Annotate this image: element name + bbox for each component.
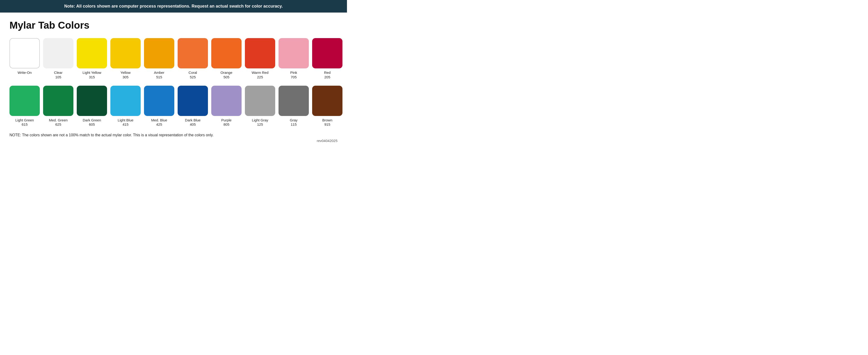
color-number: 205 xyxy=(324,75,330,79)
color-number: 305 xyxy=(122,75,128,79)
color-number: 425 xyxy=(156,122,162,126)
color-name: Amber xyxy=(154,70,164,75)
color-item: Brown915 xyxy=(312,86,342,127)
color-name: Light Gray xyxy=(252,118,268,123)
color-item: Light Green615 xyxy=(9,86,40,127)
color-swatch xyxy=(279,86,309,116)
color-item: Med. Blue425 xyxy=(144,86,174,127)
color-item: Dark Green605 xyxy=(77,86,107,127)
color-name: Dark Green xyxy=(83,118,101,123)
color-swatch xyxy=(111,38,141,68)
notice-text: Note: All colors shown are computer proc… xyxy=(64,4,283,8)
color-swatch xyxy=(279,38,309,68)
color-swatch xyxy=(77,86,107,116)
color-name: Med. Blue xyxy=(151,118,167,123)
revision: rev04042025 xyxy=(9,139,338,143)
color-number: 515 xyxy=(156,75,162,79)
color-name: Med. Green xyxy=(49,118,67,123)
color-item: Gray115 xyxy=(279,86,309,127)
color-name: Yellow xyxy=(121,70,131,75)
color-swatch xyxy=(211,38,242,68)
color-swatch xyxy=(312,38,342,68)
color-name: Brown xyxy=(322,118,333,123)
color-name: Orange xyxy=(220,70,232,75)
notice-bar: Note: All colors shown are computer proc… xyxy=(0,0,347,12)
color-number: 915 xyxy=(324,122,330,126)
footnote: NOTE: The colors shown are not a 100% ma… xyxy=(9,133,338,137)
color-item: Light Yellow315 xyxy=(77,38,107,79)
color-swatch xyxy=(144,38,174,68)
color-item: Med. Green625 xyxy=(43,86,73,127)
color-swatch xyxy=(77,38,107,68)
color-item: Clear105 xyxy=(43,38,73,79)
color-name: Dark Blue xyxy=(185,118,200,123)
color-item: Yellow305 xyxy=(111,38,141,79)
color-name: Pink xyxy=(290,70,297,75)
color-swatch xyxy=(245,38,275,68)
color-number: 315 xyxy=(89,75,95,79)
page-title: Mylar Tab Colors xyxy=(9,20,338,31)
color-name: Light Green xyxy=(16,118,34,123)
color-name: Warm Red xyxy=(251,70,268,75)
color-item: Amber515 xyxy=(144,38,174,79)
color-number: 505 xyxy=(223,75,229,79)
color-number: 605 xyxy=(89,122,95,126)
color-name: Gray xyxy=(290,118,298,123)
color-swatch xyxy=(9,86,40,116)
color-name: Write-On xyxy=(18,70,32,75)
color-swatch xyxy=(211,86,242,116)
color-item: Light Gray125 xyxy=(245,86,275,127)
color-number: 525 xyxy=(190,75,196,79)
color-number: 705 xyxy=(290,75,297,79)
color-number: 125 xyxy=(257,122,263,126)
color-swatch xyxy=(111,86,141,116)
color-item: Dark Blue405 xyxy=(178,86,208,127)
color-name: Purple xyxy=(221,118,231,123)
color-swatch xyxy=(178,86,208,116)
color-row-2: Light Green615Med. Green625Dark Green605… xyxy=(9,86,338,127)
color-number: 115 xyxy=(290,122,297,126)
color-number: 615 xyxy=(22,122,28,126)
color-item: Light Blue415 xyxy=(111,86,141,127)
color-name: Light Yellow xyxy=(83,70,101,75)
color-item: Warm Red225 xyxy=(245,38,275,79)
color-swatch xyxy=(43,38,73,68)
color-number: 625 xyxy=(55,122,61,126)
color-name: Red xyxy=(324,70,331,75)
color-swatch xyxy=(9,38,40,68)
color-item: Coral525 xyxy=(178,38,208,79)
color-number: 805 xyxy=(223,122,229,126)
color-row-1: Write-OnClear105Light Yellow315Yellow305… xyxy=(9,38,338,79)
color-name: Light Blue xyxy=(118,118,133,123)
color-number: 225 xyxy=(257,75,263,79)
color-number: 405 xyxy=(190,122,196,126)
color-item: Write-On xyxy=(9,38,40,79)
color-name: Coral xyxy=(188,70,197,75)
color-item: Red205 xyxy=(312,38,342,79)
color-swatch xyxy=(245,86,275,116)
color-number: 105 xyxy=(55,75,61,79)
color-swatch xyxy=(144,86,174,116)
color-item: Purple805 xyxy=(211,86,242,127)
color-swatch xyxy=(178,38,208,68)
color-item: Pink705 xyxy=(279,38,309,79)
color-name: Clear xyxy=(54,70,63,75)
color-item: Orange505 xyxy=(211,38,242,79)
color-swatch xyxy=(312,86,342,116)
color-number: 415 xyxy=(122,122,128,126)
color-swatch xyxy=(43,86,73,116)
